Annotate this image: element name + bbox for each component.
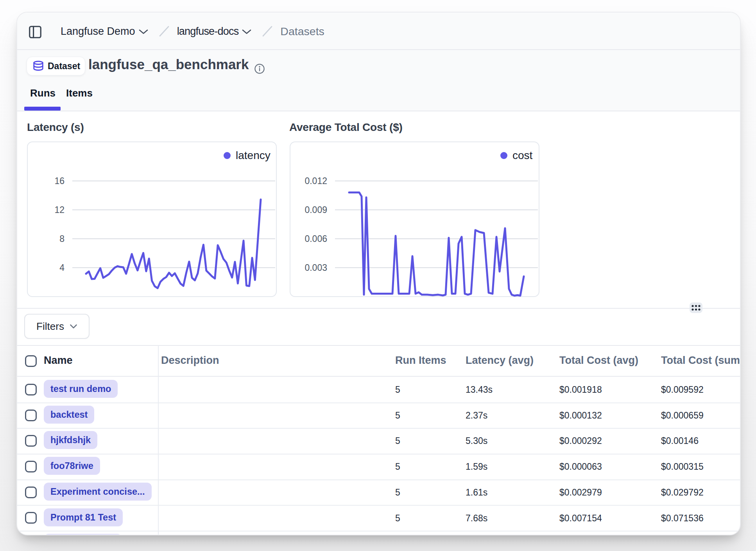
svg-text:0.003: 0.003	[305, 263, 327, 273]
svg-text:0.006: 0.006	[305, 234, 327, 244]
svg-text:12: 12	[54, 205, 64, 215]
svg-text:8: 8	[59, 234, 64, 244]
svg-text:latency: latency	[236, 149, 271, 161]
svg-text:cost: cost	[512, 149, 533, 161]
svg-text:0.009: 0.009	[305, 205, 327, 215]
svg-text:4: 4	[59, 263, 64, 273]
svg-text:0.012: 0.012	[305, 176, 327, 186]
svg-text:16: 16	[54, 176, 64, 186]
